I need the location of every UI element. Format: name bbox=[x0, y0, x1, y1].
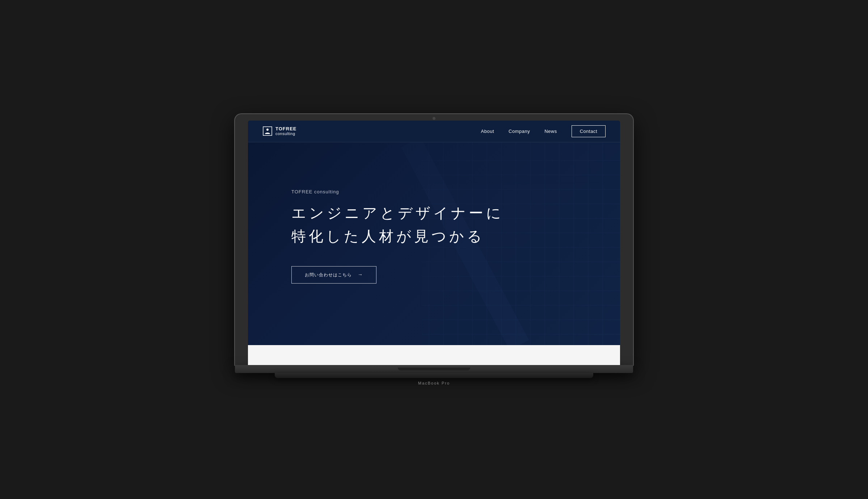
svg-rect-0 bbox=[263, 127, 272, 135]
logo-sub: consulting bbox=[275, 131, 297, 136]
macbook-label: MacBook Pro bbox=[418, 381, 450, 385]
hero-cta-button[interactable]: お問い合わせはこちら bbox=[291, 266, 376, 284]
hero-content: TOFREE consulting エンジニアとデザイナーに 特化した人材が見つ… bbox=[248, 189, 504, 298]
navbar: TOFREE consulting About Company News Con… bbox=[248, 121, 620, 142]
laptop-frame: TOFREE consulting About Company News Con… bbox=[235, 114, 633, 385]
bottom-white-section bbox=[248, 345, 620, 365]
laptop-notch bbox=[398, 368, 470, 370]
screen-bezel: TOFREE consulting About Company News Con… bbox=[235, 114, 633, 365]
logo-text-block: TOFREE consulting bbox=[275, 126, 297, 136]
svg-point-1 bbox=[266, 129, 269, 131]
nav-link-about[interactable]: About bbox=[481, 129, 494, 134]
camera-dot bbox=[433, 117, 435, 120]
nav-links: About Company News Contact bbox=[481, 125, 606, 137]
logo-name: TOFREE bbox=[275, 126, 297, 131]
nav-link-company[interactable]: Company bbox=[509, 129, 530, 134]
hero-headline-line2: 特化した人材が見つかる bbox=[291, 228, 485, 244]
contact-button[interactable]: Contact bbox=[572, 125, 606, 137]
hero-headline-line1: エンジニアとデザイナーに bbox=[291, 205, 504, 221]
hero-subtitle: TOFREE consulting bbox=[291, 189, 504, 194]
hero-section: TOFREE consulting エンジニアとデザイナーに 特化した人材が見つ… bbox=[248, 142, 620, 345]
hero-headline: エンジニアとデザイナーに 特化した人材が見つかる bbox=[291, 202, 504, 248]
screen-inner: TOFREE consulting About Company News Con… bbox=[248, 121, 620, 365]
laptop-foot bbox=[275, 373, 593, 378]
nav-link-news[interactable]: News bbox=[544, 129, 557, 134]
logo-icon bbox=[262, 126, 273, 136]
laptop-base bbox=[235, 365, 633, 373]
logo-area[interactable]: TOFREE consulting bbox=[262, 126, 297, 136]
